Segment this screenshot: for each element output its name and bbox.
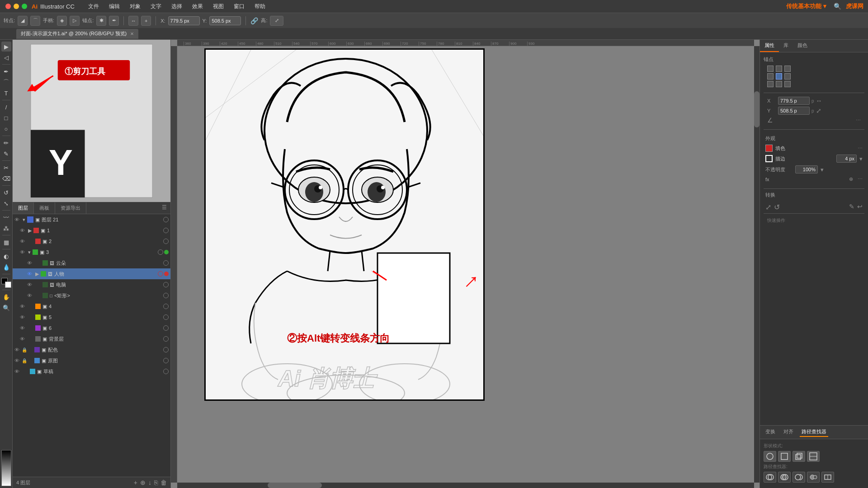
- menu-effect[interactable]: 效果: [188, 1, 208, 12]
- menu-text[interactable]: 文字: [146, 1, 166, 12]
- column-graph-tool[interactable]: ▦: [1, 237, 11, 247]
- layers-menu-icon[interactable]: ☰: [158, 202, 170, 214]
- toolbar-resize-btn[interactable]: ⤢: [270, 16, 283, 26]
- layer-eye-2[interactable]: 👁: [20, 239, 27, 244]
- fill-swatch[interactable]: [765, 145, 773, 152]
- toolbar-corner-btn[interactable]: ◢: [18, 16, 28, 26]
- warp-tool[interactable]: 〰: [1, 212, 11, 222]
- close-button[interactable]: [5, 4, 11, 9]
- line-tool[interactable]: /: [1, 102, 11, 112]
- menu-select[interactable]: 选择: [167, 1, 187, 12]
- layers-tab-layers[interactable]: 图层: [13, 202, 34, 214]
- pf-btn-3[interactable]: [793, 472, 805, 483]
- scrollbar-thumb-h[interactable]: [268, 483, 322, 488]
- right-tab-properties[interactable]: 属性: [760, 40, 779, 52]
- pen-tool[interactable]: ✒: [1, 66, 11, 76]
- blend-tool[interactable]: ⁂: [1, 223, 11, 233]
- layer-eye-caogao[interactable]: 👁: [14, 369, 22, 374]
- rotate-tool[interactable]: ↺: [1, 188, 11, 197]
- layer-item-21[interactable]: 👁 ▾ ▣ 图层 21: [13, 214, 170, 225]
- layer-expand-3[interactable]: ▾: [28, 249, 31, 255]
- pf-btn-1[interactable]: [764, 472, 776, 483]
- menu-file[interactable]: 文件: [84, 1, 104, 12]
- layer-expand-renwu[interactable]: ▶: [35, 271, 39, 277]
- stroke-width-input[interactable]: [836, 155, 857, 163]
- layers-tab-artboard[interactable]: 画板: [34, 202, 55, 214]
- layer-eye-bg[interactable]: 👁: [20, 336, 27, 342]
- layer-eye-6[interactable]: 👁: [20, 325, 27, 331]
- toolbar-anchor-btn[interactable]: ✱: [96, 16, 106, 26]
- transform-more-icon[interactable]: ⋯: [856, 117, 861, 123]
- minimize-button[interactable]: [14, 4, 19, 9]
- layer-eye-yuantu[interactable]: 👁: [14, 358, 22, 363]
- bottom-tab-pathfinder[interactable]: 路径查找器: [800, 427, 828, 437]
- transform-link-icon[interactable]: ↔: [816, 97, 822, 104]
- menu-window[interactable]: 窗口: [229, 1, 249, 12]
- layers-move-btn[interactable]: ↓: [148, 479, 151, 486]
- layer-eye-yunzhu[interactable]: 👁: [27, 260, 34, 266]
- layers-add-layer-btn[interactable]: +: [134, 479, 137, 486]
- layer-eye-renwu[interactable]: 👁: [27, 271, 34, 277]
- anchor-pt-2[interactable]: [776, 66, 782, 72]
- scale-tool[interactable]: ⤡: [1, 198, 11, 208]
- eraser-tool[interactable]: ⌫: [1, 174, 11, 183]
- fullscreen-button[interactable]: [22, 4, 27, 9]
- rect-tool[interactable]: □: [1, 113, 11, 123]
- fill-stroke-indicator[interactable]: [1, 278, 11, 288]
- anchor-pt-3[interactable]: [784, 66, 791, 72]
- toolbar-add-btn[interactable]: +: [141, 16, 151, 26]
- menu-object[interactable]: 对象: [125, 1, 145, 12]
- anchor-pt-6[interactable]: [784, 73, 791, 80]
- menu-view[interactable]: 视图: [208, 1, 228, 12]
- pencil-tool[interactable]: ✎: [1, 149, 11, 159]
- toolbar-smooth-btn[interactable]: ⌒: [30, 16, 40, 26]
- menu-help[interactable]: 帮助: [250, 1, 270, 12]
- layer-eye-3[interactable]: 👁: [20, 249, 27, 255]
- direct-select-tool[interactable]: ◁: [1, 52, 11, 62]
- layer-eye-1[interactable]: 👁: [20, 228, 27, 233]
- shape-mode-4[interactable]: [807, 451, 820, 462]
- scrollbar-thumb-v[interactable]: [754, 91, 760, 127]
- layer-eye-diannao[interactable]: 👁: [27, 282, 34, 287]
- layer-item-background[interactable]: 👁 ▣ 背景层: [13, 333, 170, 344]
- right-tab-color[interactable]: 颜色: [793, 40, 812, 52]
- shape-mode-1[interactable]: [764, 451, 776, 462]
- toolbar-y-input[interactable]: [209, 16, 241, 25]
- transform-icon1[interactable]: ⤢: [765, 203, 771, 211]
- menu-edit[interactable]: 编辑: [104, 1, 124, 12]
- brush-tool[interactable]: ✏: [1, 138, 11, 148]
- stroke-dropdown-icon[interactable]: ▾: [859, 155, 863, 162]
- layer-item-3[interactable]: 👁 ▾ ▣ 3: [13, 247, 170, 258]
- toolbar-handle-btn1[interactable]: ◈: [57, 16, 67, 26]
- opacity-input[interactable]: [795, 165, 818, 174]
- horizontal-scrollbar[interactable]: [177, 483, 754, 488]
- layers-add-sublayer-btn[interactable]: ⊕: [140, 479, 146, 486]
- fill-more-icon[interactable]: ⋯: [858, 145, 863, 151]
- curvature-tool[interactable]: ⌒: [1, 77, 11, 87]
- layer-item-5[interactable]: 👁 ▣ 5: [13, 312, 170, 323]
- gradient-tool[interactable]: ◐: [1, 251, 11, 261]
- select-tool[interactable]: ▶: [1, 42, 11, 52]
- layer-eye-21[interactable]: 👁: [14, 217, 22, 222]
- layer-expand-1[interactable]: ▶: [28, 228, 32, 234]
- bottom-tab-transform[interactable]: 变换: [764, 427, 777, 437]
- layer-item-diannao[interactable]: 👁 🖼 电脑: [13, 279, 170, 290]
- layers-duplicate-btn[interactable]: ⎘: [154, 479, 158, 486]
- layer-item-6[interactable]: 👁 ▣ 6: [13, 323, 170, 333]
- toolbar-arrow-btn[interactable]: ↔: [128, 16, 138, 26]
- search-icon[interactable]: 🔍: [834, 3, 841, 10]
- stroke-swatch[interactable]: [765, 155, 773, 162]
- bottom-tab-align[interactable]: 对齐: [782, 427, 795, 437]
- pf-btn-4[interactable]: [807, 472, 820, 483]
- layer-item-yunzhu[interactable]: 👁 🖼 云朵: [13, 258, 170, 268]
- shape-mode-2[interactable]: [778, 451, 791, 462]
- pf-btn-5[interactable]: [821, 472, 834, 483]
- anchor-pt-8[interactable]: [776, 81, 782, 87]
- anchor-pt-9[interactable]: [784, 81, 791, 87]
- toolbar-pen-btn[interactable]: ✒: [109, 16, 119, 26]
- fx-more-icon[interactable]: ⋯: [858, 176, 863, 182]
- layer-expand-21[interactable]: ▾: [23, 217, 25, 223]
- eyedropper-tool[interactable]: 💧: [1, 262, 11, 272]
- transform-y-input[interactable]: [778, 107, 810, 115]
- layer-item-renwu[interactable]: 👁 ▶ 🖼 人物: [13, 268, 170, 279]
